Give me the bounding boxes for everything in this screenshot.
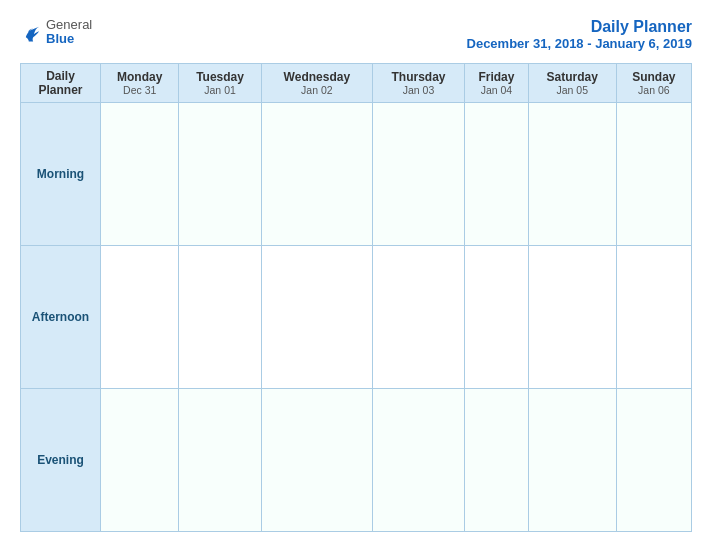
cell-afternoon-monday[interactable] [101,246,179,389]
col-monday: Monday Dec 31 [101,64,179,103]
row-afternoon: Afternoon [21,246,692,389]
col-wednesday-date: Jan 02 [264,84,370,96]
col-tuesday-date: Jan 01 [181,84,258,96]
col-thursday-date: Jan 03 [375,84,462,96]
col-sunday: Sunday Jan 06 [616,64,691,103]
col-saturday-date: Jan 05 [531,84,614,96]
date-range: December 31, 2018 - January 6, 2019 [467,36,692,51]
col-wednesday-name: Wednesday [264,70,370,84]
cell-morning-monday[interactable] [101,103,179,246]
logo-blue: Blue [46,32,92,46]
row-evening: Evening [21,389,692,532]
cell-evening-saturday[interactable] [528,389,616,532]
cell-afternoon-tuesday[interactable] [179,246,261,389]
row-afternoon-label: Afternoon [21,246,101,389]
logo: General Blue [20,18,92,47]
cell-morning-sunday[interactable] [616,103,691,246]
logo-general: General [46,18,92,32]
cell-morning-tuesday[interactable] [179,103,261,246]
header: General Blue Daily Planner December 31, … [20,18,692,51]
cell-evening-monday[interactable] [101,389,179,532]
cell-evening-tuesday[interactable] [179,389,261,532]
col-friday-name: Friday [467,70,526,84]
col-wednesday: Wednesday Jan 02 [261,64,372,103]
table-header-row: Daily Planner Monday Dec 31 Tuesday Jan … [21,64,692,103]
col-friday-date: Jan 04 [467,84,526,96]
col-label-daily1: Daily [23,69,98,83]
logo-bird-icon [20,21,42,43]
col-tuesday-name: Tuesday [181,70,258,84]
col-saturday: Saturday Jan 05 [528,64,616,103]
cell-afternoon-sunday[interactable] [616,246,691,389]
row-morning-label: Morning [21,103,101,246]
col-label-daily2: Planner [23,83,98,97]
title-block: Daily Planner December 31, 2018 - Januar… [467,18,692,51]
cell-afternoon-thursday[interactable] [373,246,465,389]
cell-evening-sunday[interactable] [616,389,691,532]
cell-evening-friday[interactable] [464,389,528,532]
cell-afternoon-wednesday[interactable] [261,246,372,389]
col-thursday-name: Thursday [375,70,462,84]
col-monday-name: Monday [103,70,176,84]
col-sunday-date: Jan 06 [619,84,689,96]
cell-morning-saturday[interactable] [528,103,616,246]
cell-evening-wednesday[interactable] [261,389,372,532]
cell-morning-wednesday[interactable] [261,103,372,246]
col-monday-date: Dec 31 [103,84,176,96]
row-morning: Morning [21,103,692,246]
cell-afternoon-friday[interactable] [464,246,528,389]
cell-evening-thursday[interactable] [373,389,465,532]
col-sunday-name: Sunday [619,70,689,84]
col-daily-planner: Daily Planner [21,64,101,103]
row-evening-label: Evening [21,389,101,532]
planner-table: Daily Planner Monday Dec 31 Tuesday Jan … [20,63,692,532]
col-saturday-name: Saturday [531,70,614,84]
col-friday: Friday Jan 04 [464,64,528,103]
page-title: Daily Planner [467,18,692,36]
col-tuesday: Tuesday Jan 01 [179,64,261,103]
col-thursday: Thursday Jan 03 [373,64,465,103]
cell-morning-thursday[interactable] [373,103,465,246]
cell-afternoon-saturday[interactable] [528,246,616,389]
cell-morning-friday[interactable] [464,103,528,246]
logo-text: General Blue [46,18,92,47]
